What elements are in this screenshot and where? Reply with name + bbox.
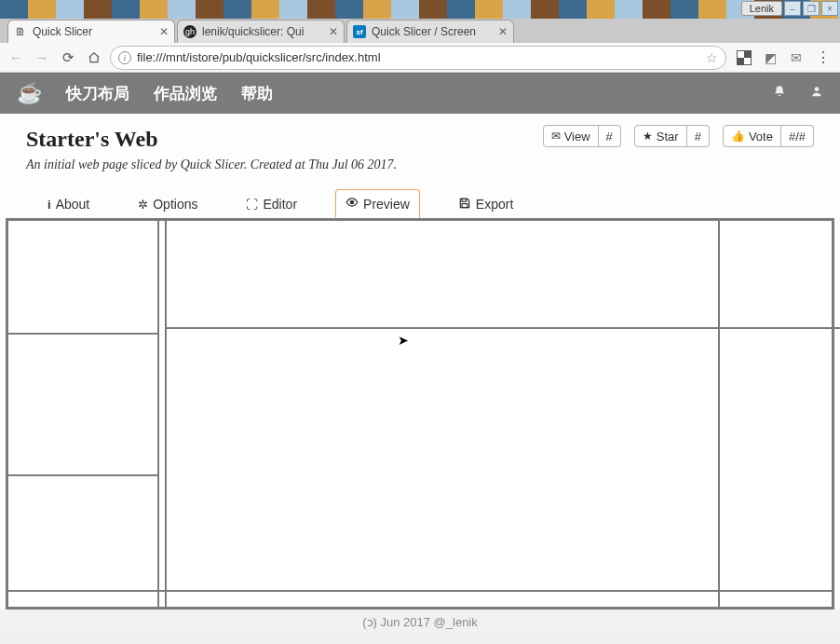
svg-rect-2 [462, 199, 467, 201]
view-count: # [599, 125, 621, 147]
tab-export[interactable]: Export [448, 189, 523, 218]
browser-tabstrip: 🗎 Quick Slicer ✕ gh lenik/quickslicer: Q… [0, 19, 840, 43]
window-close-button[interactable]: × [821, 1, 838, 16]
reload-button[interactable]: ⟳ [58, 48, 78, 68]
page-header: Starter's Web An initial web page sliced… [0, 114, 840, 178]
tab-export-label: Export [476, 197, 513, 212]
view-button-group: ✉ View # [543, 125, 621, 147]
slice-line-horizontal[interactable] [8, 590, 832, 592]
nav-link-browse[interactable]: 作品浏览 [154, 83, 217, 104]
os-titlebar: Lenik – ❐ × [0, 0, 840, 19]
url-bar[interactable]: i file:///mnt/istore/pub/quickslicer/src… [110, 46, 726, 70]
vote-count: #/# [781, 125, 814, 147]
app-navbar: ☕ 快刀布局 作品浏览 帮助 [0, 73, 840, 114]
tab-preview-label: Preview [363, 197, 410, 212]
home-button[interactable] [84, 48, 104, 68]
url-text: file:///mnt/istore/pub/quickslicer/src/i… [137, 50, 700, 64]
forward-button[interactable]: → [32, 48, 52, 68]
tab-about-label: About [56, 197, 90, 212]
thumbs-up-icon: 👍 [731, 130, 745, 143]
tab-about[interactable]: i About [37, 189, 100, 218]
browser-tab[interactable]: sf Quick Slicer / Screen ✕ [346, 20, 514, 43]
star-button-group: ★ Star # [634, 125, 710, 147]
nav-link-layout[interactable]: 快刀布局 [66, 83, 129, 104]
nav-link-help[interactable]: 帮助 [241, 83, 273, 104]
tab-close-icon[interactable]: ✕ [159, 25, 169, 38]
content-tabs: i About ✲ Options ⛶ Editor Preview Expor… [0, 178, 840, 218]
window-maximize-button[interactable]: ❐ [803, 1, 820, 16]
action-button-groups: ✉ View # ★ Star # 👍 Vote #/# [543, 125, 814, 147]
info-icon: i [47, 198, 51, 212]
app-logo-icon[interactable]: ☕ [17, 81, 42, 105]
back-button[interactable]: ← [6, 48, 26, 68]
star-icon: ★ [643, 130, 653, 143]
star-count: # [687, 125, 710, 147]
svg-rect-3 [462, 203, 467, 207]
tab-options[interactable]: ✲ Options [128, 189, 208, 218]
tab-title: lenik/quickslicer: Qui [202, 25, 325, 38]
slice-line-horizontal[interactable] [165, 327, 840, 329]
page-subtitle: An initial web page sliced by Quick Slic… [26, 158, 543, 172]
tab-editor[interactable]: ⛶ Editor [236, 189, 307, 218]
slice-line-vertical[interactable] [165, 221, 167, 607]
tab-close-icon[interactable]: ✕ [329, 25, 338, 38]
slice-line-vertical[interactable] [718, 221, 720, 607]
site-info-icon[interactable]: i [118, 51, 131, 64]
page-footer: (ɔ) Jun 2017 @_lenik [0, 610, 840, 633]
user-icon[interactable] [810, 85, 823, 102]
view-label: View [564, 130, 590, 144]
mail-extension-icon[interactable]: ✉ [788, 49, 805, 66]
eye-icon [345, 196, 359, 212]
svg-point-1 [350, 200, 354, 204]
browser-tab[interactable]: 🗎 Quick Slicer ✕ [7, 20, 175, 43]
bookmark-star-icon[interactable]: ☆ [706, 50, 718, 65]
browser-toolbar: ← → ⟳ i file:///mnt/istore/pub/quickslic… [0, 43, 840, 73]
github-icon: gh [183, 25, 196, 38]
svg-point-0 [815, 87, 820, 91]
mouse-cursor-icon: ➤ [398, 333, 409, 348]
vote-button[interactable]: 👍 Vote [723, 125, 781, 147]
star-button[interactable]: ★ Star [634, 125, 687, 147]
browser-tab[interactable]: gh lenik/quickslicer: Qui ✕ [177, 20, 345, 43]
tab-title: Quick Slicer [33, 25, 156, 38]
view-button[interactable]: ✉ View [543, 125, 599, 147]
star-label: Star [657, 130, 679, 144]
preview-pane[interactable]: ➤ [6, 218, 834, 610]
os-user-label: Lenik [741, 1, 782, 16]
notifications-icon[interactable] [773, 85, 786, 102]
window-minimize-button[interactable]: – [784, 1, 801, 16]
sf-icon: sf [353, 25, 366, 38]
page-icon: 🗎 [14, 25, 27, 38]
save-icon [458, 197, 471, 212]
envelope-icon: ✉ [551, 130, 561, 143]
page-title: Starter's Web [26, 127, 543, 152]
tab-editor-label: Editor [263, 197, 297, 212]
slice-line-horizontal[interactable] [8, 333, 159, 335]
gear-icon: ✲ [138, 198, 148, 212]
tab-options-label: Options [153, 197, 197, 212]
vote-button-group: 👍 Vote #/# [723, 125, 814, 147]
crop-icon: ⛶ [246, 198, 258, 212]
slice-line-horizontal[interactable] [8, 474, 159, 476]
slice-line-vertical[interactable] [157, 221, 159, 607]
extension-icons: ◩ ✉ ⋮ [732, 49, 834, 66]
tab-preview[interactable]: Preview [335, 189, 420, 218]
tab-close-icon[interactable]: ✕ [498, 25, 508, 38]
tab-title: Quick Slicer / Screen [372, 25, 495, 38]
extension-icon[interactable]: ◩ [762, 49, 779, 66]
qr-extension-icon[interactable] [736, 49, 752, 66]
browser-menu-icon[interactable]: ⋮ [814, 49, 831, 66]
vote-label: Vote [749, 130, 773, 144]
